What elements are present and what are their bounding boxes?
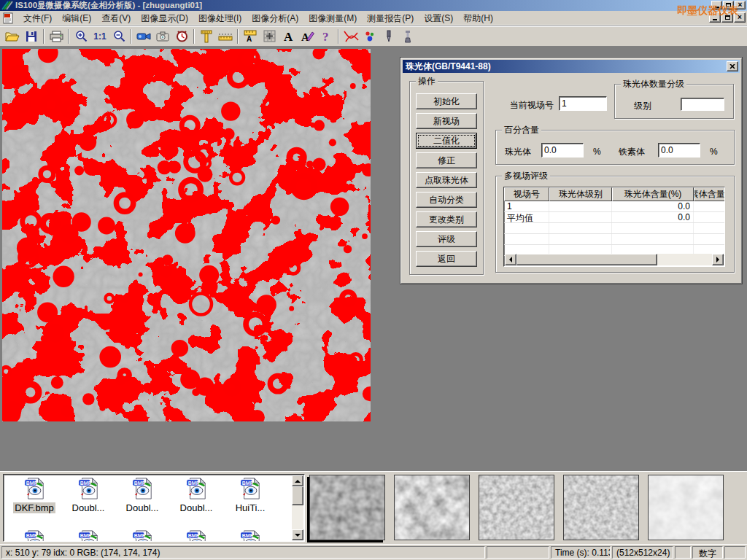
- dialog-title-bar[interactable]: 珠光体(GB/T9441-88): [403, 60, 740, 73]
- save-button[interactable]: [22, 28, 41, 45]
- arrow-right-icon: [716, 257, 722, 262]
- zoom-out-icon: [113, 30, 125, 42]
- caliper-button[interactable]: [197, 28, 216, 45]
- ruler-button[interactable]: [216, 28, 235, 45]
- grid-button[interactable]: [260, 28, 279, 45]
- current-field-input[interactable]: [559, 96, 607, 111]
- svg-text:A: A: [301, 31, 309, 42]
- table-row[interactable]: 1 0.0: [504, 201, 724, 212]
- file-item[interactable]: BMP HuiTi...: [224, 478, 276, 513]
- ferrite-percent-input[interactable]: [658, 143, 700, 158]
- file-item[interactable]: BMP: [224, 530, 276, 542]
- mode-panel: 数字: [692, 546, 723, 559]
- menu-image-process[interactable]: 图像处理(I): [193, 11, 247, 26]
- new-field-button[interactable]: 新视场: [416, 113, 477, 129]
- pen-tool-button[interactable]: [379, 28, 398, 45]
- file-item[interactable]: BMP Doubl...: [62, 478, 115, 513]
- thumbnail-5[interactable]: [648, 475, 724, 540]
- file-item[interactable]: BMP: [170, 530, 222, 542]
- scrollbar-thumb[interactable]: [516, 254, 657, 265]
- thumbnail-1[interactable]: [309, 475, 385, 540]
- file-item[interactable]: BMP: [116, 530, 169, 542]
- toolbar-separator: [193, 29, 195, 44]
- scroll-down-button[interactable]: [292, 529, 303, 540]
- bmp-file-icon: BMP: [239, 530, 261, 542]
- zoom-out-button[interactable]: [109, 28, 128, 45]
- col-ferrite-content[interactable]: 铁素体含量(%): [694, 187, 725, 201]
- cell-pearlite: 0.0: [612, 212, 694, 222]
- open-button[interactable]: [3, 28, 22, 45]
- table-horizontal-scrollbar[interactable]: [505, 254, 724, 265]
- app-icon: [1, 1, 13, 10]
- menu-settings[interactable]: 设置(S): [419, 11, 458, 26]
- pearlite-percent-input[interactable]: [541, 143, 584, 158]
- col-pearlite-content[interactable]: 珠光体含量(%): [612, 187, 694, 201]
- table-row[interactable]: 平均值 0.0: [504, 212, 724, 223]
- empty-panel: [724, 546, 746, 559]
- correct-button[interactable]: 修正: [416, 152, 477, 168]
- col-field-no[interactable]: 视场号: [504, 187, 549, 201]
- scrollbar-track[interactable]: [516, 254, 712, 265]
- return-button[interactable]: 返回: [416, 251, 477, 267]
- image-canvas[interactable]: [2, 49, 371, 421]
- menu-image-display[interactable]: 图像显示(D): [136, 11, 193, 26]
- text-button[interactable]: A: [279, 28, 298, 45]
- vendor-watermark: 即墨仪器仪表: [677, 4, 738, 18]
- file-item[interactable]: BMP DKF.bmp: [8, 478, 61, 513]
- col-pearlite-grade[interactable]: 珠光体级别: [549, 187, 612, 201]
- zoom-in-button[interactable]: [71, 28, 90, 45]
- auto-classify-button[interactable]: 自动分类: [416, 192, 477, 208]
- thumbnail-2[interactable]: [394, 475, 470, 540]
- file-item[interactable]: BMP Doubl...: [116, 478, 169, 513]
- ruler-icon: [218, 32, 233, 41]
- file-browser-scrollbar[interactable]: [292, 475, 303, 540]
- menu-image-measure[interactable]: 图像测量(M): [303, 11, 362, 26]
- menu-edit[interactable]: 编辑(E): [57, 11, 96, 26]
- scroll-up-button[interactable]: [292, 475, 303, 486]
- actual-size-button[interactable]: 1:1: [90, 28, 109, 45]
- menu-help[interactable]: 帮助(H): [458, 11, 498, 26]
- scrollbar-thumb[interactable]: [292, 486, 303, 505]
- level-input[interactable]: [681, 98, 724, 111]
- init-button[interactable]: 初始化: [416, 93, 477, 109]
- curve-tool-button[interactable]: [341, 28, 360, 45]
- scroll-left-button[interactable]: [505, 254, 516, 265]
- print-button[interactable]: [47, 28, 66, 45]
- brush-icon: [403, 30, 412, 43]
- timer-button[interactable]: [172, 28, 191, 45]
- file-item[interactable]: BMP: [62, 530, 115, 542]
- dialog-title-text: 珠光体(GB/T9441-88): [406, 61, 491, 73]
- measure-label-button[interactable]: A: [241, 28, 260, 45]
- brush-tool-button[interactable]: [398, 28, 417, 45]
- scroll-right-button[interactable]: [712, 254, 724, 265]
- video-capture-button[interactable]: [134, 28, 153, 45]
- bmp-file-icon: BMP: [131, 530, 153, 542]
- binarize-button[interactable]: 二值化: [416, 133, 477, 149]
- bmp-file-icon: BMP: [131, 478, 153, 499]
- color-classify-button[interactable]: [360, 28, 379, 45]
- ferrite-label: 铁素体: [619, 146, 645, 158]
- table-row-empty: [504, 223, 724, 234]
- thumbnail-4[interactable]: [563, 475, 639, 540]
- bmp-badge: BMP: [26, 533, 38, 538]
- snapshot-button[interactable]: [153, 28, 172, 45]
- dialog-close-button[interactable]: [727, 61, 738, 71]
- thumbnail-3[interactable]: [479, 475, 554, 540]
- ferrite-percent-sign: %: [710, 147, 718, 157]
- file-item[interactable]: BMP: [8, 530, 61, 542]
- bmp-file-icon: BMP: [77, 478, 99, 499]
- file-item[interactable]: BMP Doubl...: [170, 478, 222, 513]
- toolbar-separator: [131, 29, 132, 44]
- pick-pearlite-button[interactable]: 点取珠光体: [416, 172, 477, 188]
- actual-size-icon: 1:1: [93, 31, 106, 42]
- menu-image-analysis[interactable]: 图像分析(A): [247, 11, 303, 26]
- timer-clock-icon: [176, 30, 188, 42]
- menu-file[interactable]: 文件(F): [18, 11, 57, 26]
- change-class-button[interactable]: 更改类别: [416, 211, 477, 228]
- help-button[interactable]: ?: [317, 28, 336, 45]
- cursor-position-panel: x: 510 y: 79 idx: 0 RGB: (174, 174, 174): [1, 546, 485, 559]
- menu-measure-report[interactable]: 测量报告(P): [362, 11, 419, 26]
- annotate-button[interactable]: A: [298, 28, 317, 45]
- menu-view[interactable]: 查看(V): [96, 11, 136, 26]
- grade-button[interactable]: 评级: [416, 231, 477, 247]
